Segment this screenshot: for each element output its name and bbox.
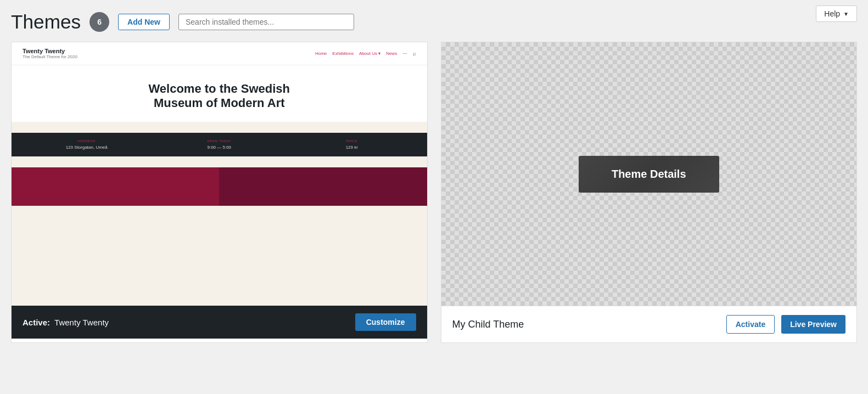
tt-info-value-hours: 9:00 — 5:00 (155, 145, 284, 150)
child-theme-card: Theme Details My Child Theme Activate Li… (441, 42, 858, 343)
live-preview-button[interactable]: Live Preview (781, 315, 845, 334)
tt-info-label-price: PRICE (288, 139, 416, 143)
activate-button[interactable]: Activate (726, 315, 775, 334)
tt-nav-search-icon: ⌕ (413, 50, 416, 57)
child-theme-actions: Activate Live Preview (726, 315, 845, 334)
help-label: Help (824, 9, 840, 18)
page-title: Themes (11, 11, 81, 33)
child-theme-name: My Child Theme (452, 319, 524, 330)
tt-info-value-price: 129 kr (288, 145, 416, 150)
tt-nav: Home Exhibitions About Us ▾ News ··· ⌕ (315, 50, 416, 57)
tt-info-value-address: 123 Storgatan, Umeå (23, 145, 151, 150)
active-theme-label: Active: Twenty Twenty (23, 318, 109, 327)
tt-logo-tagline: The Default Theme for 2020 (23, 54, 77, 59)
child-theme-preview: Theme Details (441, 42, 857, 306)
tt-nav-exhibitions: Exhibitions (332, 51, 354, 56)
tt-red-block-left (12, 167, 219, 206)
active-theme-preview: Twenty Twenty The Default Theme for 2020… (12, 42, 427, 306)
help-button[interactable]: Help ▼ (816, 5, 857, 22)
theme-count-badge: 6 (89, 12, 109, 32)
tt-info-col-address: ADDRESS 123 Storgatan, Umeå (23, 139, 151, 150)
tt-logo: Twenty Twenty The Default Theme for 2020 (23, 48, 77, 59)
tt-nav-about: About Us ▾ (359, 51, 380, 56)
themes-grid: Twenty Twenty The Default Theme for 2020… (0, 42, 868, 354)
active-theme-name: Twenty Twenty (54, 318, 109, 327)
active-theme-bar: Active: Twenty Twenty Customize (12, 306, 427, 339)
tt-nav-home: Home (315, 51, 327, 56)
tt-nav-news: News (386, 51, 397, 56)
tt-header: Twenty Twenty The Default Theme for 2020… (12, 42, 427, 65)
customize-button[interactable]: Customize (355, 313, 416, 331)
page-header: Themes 6 Add New (0, 0, 868, 42)
add-new-button[interactable]: Add New (118, 14, 170, 30)
tt-info-label-hours: OPEN TODAY (155, 139, 284, 143)
tt-info-col-hours: OPEN TODAY 9:00 — 5:00 (155, 139, 284, 150)
chevron-down-icon: ▼ (843, 11, 849, 17)
search-input[interactable] (178, 14, 354, 30)
tt-hero: Welcome to the Swedish Museum of Modern … (12, 65, 427, 122)
active-theme-card: Twenty Twenty The Default Theme for 2020… (11, 42, 428, 343)
child-theme-footer: My Child Theme Activate Live Preview (441, 306, 857, 342)
tt-logo-name: Twenty Twenty (23, 48, 77, 54)
tt-hero-title: Welcome to the Swedish Museum of Modern … (137, 82, 301, 111)
tt-divider (12, 156, 427, 167)
active-prefix: Active: (23, 318, 50, 327)
tt-red-block-right (219, 167, 427, 206)
theme-details-button[interactable]: Theme Details (579, 156, 719, 193)
tt-info-bar: ADDRESS 123 Storgatan, Umeå OPEN TODAY 9… (12, 133, 427, 156)
tt-red-blocks (12, 167, 427, 206)
tt-nav-dots: ··· (402, 50, 407, 57)
tt-info-label-address: ADDRESS (23, 139, 151, 143)
tt-info-col-price: PRICE 129 kr (288, 139, 416, 150)
